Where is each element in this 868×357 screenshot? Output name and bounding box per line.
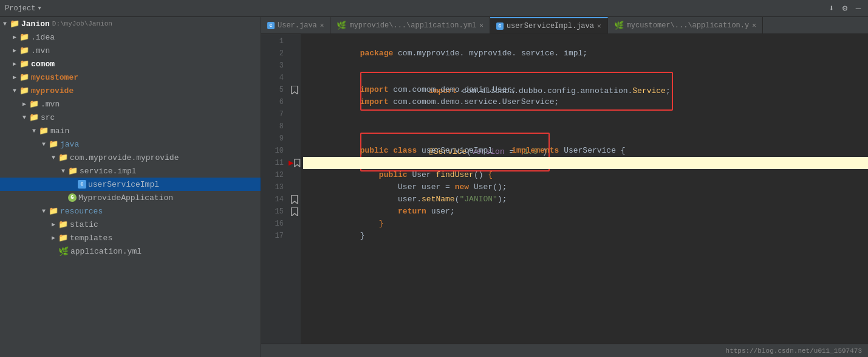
code-line-13: user.setName("JANION");	[303, 181, 868, 193]
minimize-icon[interactable]: —	[853, 4, 863, 13]
sidebar-item-mycustomer[interactable]: ▶ 📁 mycustomer	[0, 71, 261, 84]
tab-close-mycustomer-yml[interactable]: ✕	[752, 21, 756, 29]
sidebar-item-mvn2[interactable]: ▶ 📁 .mvn	[0, 97, 261, 111]
code-line-14: return user;	[303, 193, 868, 206]
line-num-10: 10	[261, 145, 284, 157]
sidebar-label-static: static	[70, 220, 98, 229]
sidebar-item-comom[interactable]: ▶ 📁 comom	[0, 57, 261, 71]
sidebar-label-src: src	[41, 113, 55, 122]
sidebar-item-com-myprovide[interactable]: ▼ 📁 com.myprovide.myprovide	[0, 151, 261, 164]
tab-mycustomer-yml[interactable]: 🌿 mycustomer\...\application.y ✕	[608, 17, 763, 33]
line-num-7: 7	[261, 108, 284, 120]
line-num-3: 3	[261, 60, 284, 72]
sidebar-item-myprovideapplication[interactable]: G MyprovideApplication	[0, 191, 261, 204]
project-dropdown[interactable]: Project ▾	[5, 4, 42, 13]
gutter-9	[289, 133, 301, 145]
code-line-5: import com.comom.demo.service.UserServic…	[303, 84, 868, 96]
gutter-3	[289, 60, 301, 72]
tab-icon-userserviceimpl: c	[496, 23, 504, 30]
sidebar-item-userserviceimpl[interactable]: c userServiceImpl	[0, 178, 261, 191]
folder-icon-static: 📁	[58, 220, 68, 229]
tree-arrow: ▼	[0, 21, 10, 27]
title-bar-left: Project ▾	[5, 4, 42, 13]
tab-icon-myprovide-yml: 🌿	[337, 21, 346, 30]
tab-user-java[interactable]: c User.java ✕	[261, 17, 330, 33]
code-line-16: }	[303, 218, 868, 230]
code-line-6	[303, 96, 868, 108]
line-num-8: 8	[261, 120, 284, 133]
line-num-11: 11	[261, 157, 284, 169]
code-line-12: User user = new User();	[303, 169, 868, 181]
svg-marker-1	[295, 159, 300, 167]
gutter-6	[289, 96, 301, 108]
bookmark-icon-15	[291, 207, 298, 216]
gutter-4	[289, 72, 301, 84]
sidebar-item-src[interactable]: ▼ 📁 src	[0, 111, 261, 124]
status-bar: https://blog.csdn.net/u011_1597473	[261, 344, 868, 357]
title-bar-icons: ⬇ ⚙ —	[827, 4, 863, 13]
bookmark-icon-14	[291, 195, 298, 204]
sidebar-item-service-impl[interactable]: ▼ 📁 service.impl	[0, 164, 261, 178]
code-content: 1 2 3 4 5 6 7 8 9 10 11 12 13 14 15 16 1	[261, 34, 868, 344]
gutter-5	[289, 84, 301, 96]
editor-panel: c User.java ✕ 🌿 myprovide\...\applicatio…	[261, 17, 868, 357]
line-num-14: 14	[261, 193, 284, 206]
folder-icon-mycustomer: 📁	[19, 72, 29, 82]
sidebar-label-mvn2: .mvn	[41, 100, 60, 109]
tree-arrow-mvn2: ▶	[19, 100, 29, 108]
folder-icon-src: 📁	[29, 113, 39, 122]
line-num-16: 16	[261, 218, 284, 230]
sidebar-item-static[interactable]: ▶ 📁 static	[0, 218, 261, 231]
tab-label-user-java: User.java	[278, 21, 317, 30]
tree-arrow-templates: ▶	[49, 234, 58, 241]
line-num-12: 12	[261, 169, 284, 181]
code-line-7	[303, 108, 868, 120]
code-line-10: @Override	[303, 145, 868, 157]
tree-arrow-src: ▼	[19, 114, 29, 121]
sidebar-item-idea[interactable]: ▶ 📁 .idea	[0, 30, 261, 44]
sort-icon[interactable]: ⬇	[827, 4, 836, 13]
gutter-1	[289, 35, 301, 47]
sidebar-item-resources[interactable]: ▼ 📁 resources	[0, 204, 261, 218]
code-area[interactable]: 1 2 3 4 5 6 7 8 9 10 11 12 13 14 15 16 1	[261, 34, 868, 344]
tab-icon-user-java: c	[267, 22, 275, 29]
sidebar-item-janion[interactable]: ▼ 📁 Janion D:\myJob\Janion	[0, 17, 261, 30]
main-layout: ▼ 📁 Janion D:\myJob\Janion ▶ 📁 .idea ▶ 📁…	[0, 17, 868, 357]
sidebar-item-myprovide[interactable]: ▼ 📁 myprovide	[0, 84, 261, 97]
tab-myprovide-yml[interactable]: 🌿 myprovide\...\application.yml ✕	[330, 17, 490, 33]
line-num-4: 4	[261, 72, 284, 84]
code-line-17	[303, 230, 868, 242]
tab-close-userserviceimpl[interactable]: ✕	[597, 22, 601, 30]
tab-label-myprovide-yml: myprovide\...\application.yml	[349, 21, 476, 30]
tree-arrow-idea: ▶	[10, 33, 19, 41]
sidebar-label-appyml: application.yml	[70, 247, 142, 256]
tab-userserviceimpl[interactable]: c userServiceImpl.java ✕	[490, 17, 608, 33]
line-num-17: 17	[261, 230, 284, 242]
folder-icon-templates: 📁	[58, 233, 68, 243]
sidebar-label-userserviceimpl: userServiceImpl	[88, 180, 159, 189]
sidebar-item-main[interactable]: ▼ 📁 main	[0, 124, 261, 137]
code-line-9: public class userServiceImpl implements …	[303, 133, 868, 145]
sidebar-item-java[interactable]: ▼ 📁 java	[0, 137, 261, 151]
code-line-11: public User findUser() {	[303, 157, 868, 169]
svg-marker-0	[292, 86, 298, 94]
line-num-5: 5	[261, 84, 284, 96]
gutter: ▶	[289, 34, 301, 344]
code-lines: package com.myprovide. myprovide. servic…	[301, 34, 868, 344]
sidebar-item-templates[interactable]: ▶ 📁 templates	[0, 231, 261, 244]
sidebar-label-java: java	[60, 140, 79, 149]
tree-arrow-static: ▶	[49, 221, 58, 228]
tree-arrow-comom: ▶	[10, 60, 19, 68]
sidebar-label-service-impl: service.impl	[80, 167, 137, 176]
tree-arrow-mvn: ▶	[10, 47, 19, 54]
code-line-2	[303, 47, 868, 60]
sidebar-label-myprovide: myprovide	[31, 86, 73, 95]
settings-icon[interactable]: ⚙	[840, 4, 850, 13]
sidebar: ▼ 📁 Janion D:\myJob\Janion ▶ 📁 .idea ▶ 📁…	[0, 17, 261, 357]
sidebar-item-appyml[interactable]: 🌿 application.yml	[0, 244, 261, 258]
gutter-17	[289, 230, 301, 242]
tab-close-user-java[interactable]: ✕	[320, 21, 324, 29]
sidebar-item-mvn[interactable]: ▶ 📁 .mvn	[0, 44, 261, 57]
tab-close-myprovide-yml[interactable]: ✕	[479, 21, 484, 29]
gutter-13	[289, 181, 301, 193]
